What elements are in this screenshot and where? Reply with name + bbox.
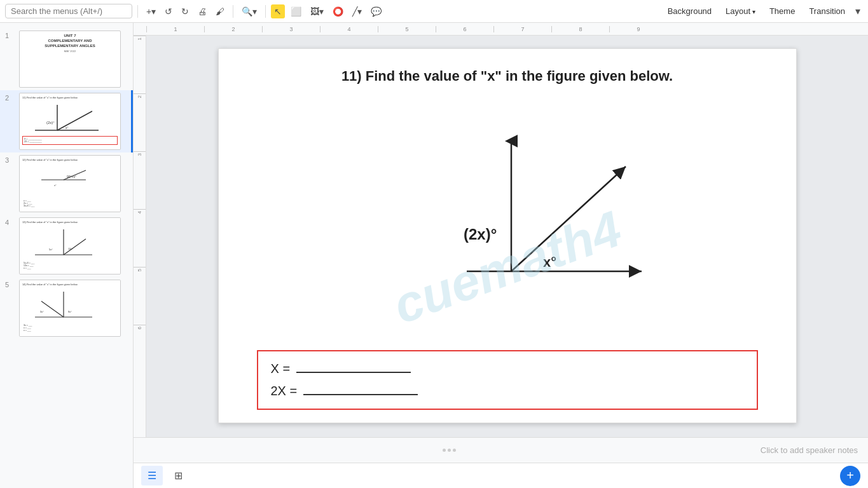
answer-line-2: 2X =	[271, 384, 744, 398]
thumb5-label: 14) Find the value of "x" in the figure …	[22, 283, 118, 286]
svg-text:(2x)°: (2x)°	[46, 121, 55, 125]
frame-tool-button[interactable]: ⬜	[287, 4, 305, 18]
figure-container: (2x)° x°	[257, 93, 797, 335]
ruler-v-mark-3: 3	[134, 151, 146, 209]
slide-thumb-1: UNIT 7COMPLEMENTARY ANDSUPPLEMENTARY ANG…	[19, 30, 121, 88]
zoom-icon: 🔍	[242, 6, 252, 17]
separator-2	[233, 5, 233, 18]
ruler-mark-4: 4	[320, 26, 378, 32]
slide-number-4: 4	[5, 219, 15, 226]
separator-1	[137, 5, 138, 18]
slide-item-2[interactable]: 2 11) Find the value of "x" in the figur…	[0, 90, 133, 152]
answer-box: X = 2X =	[257, 350, 758, 410]
zoom-button[interactable]: 🔍▾	[238, 4, 260, 18]
notes-dot-3	[453, 449, 456, 452]
thumb5-figure: 3x° 9x°	[22, 288, 105, 320]
thumb3-label: 12) Find the value of "x" in the figure …	[22, 158, 118, 161]
cursor-tool-button[interactable]: ↖	[271, 4, 285, 18]
undo-button[interactable]: ↺	[162, 4, 176, 18]
svg-line-16	[41, 301, 64, 317]
slide-viewport: cuemath4 11) Find the value of "x" in th…	[146, 36, 868, 437]
question-number: 11)	[341, 68, 362, 84]
ruler-v-mark-1: 1	[134, 36, 146, 93]
ruler-horizontal: 1 2 3 4 5 6 7 8 9	[134, 23, 868, 36]
notes-area[interactable]: Click to add speaker notes	[134, 437, 868, 463]
slide-number-3: 3	[5, 156, 15, 164]
layout-button[interactable]: Layout	[719, 4, 762, 18]
add-icon: +	[146, 6, 151, 17]
ruler-h-content: 1 2 3 4 5 6 7 8 9	[146, 26, 667, 32]
slide-thumb-2: 11) Find the value of "x" in the figure …	[19, 93, 121, 150]
add-slide-button[interactable]: +	[840, 466, 860, 486]
svg-text:5x°: 5x°	[49, 248, 53, 251]
line-tool-button[interactable]: ╱▾	[349, 4, 365, 18]
print-icon: 🖨	[198, 6, 207, 17]
slide-number-5: 5	[5, 281, 15, 288]
comment-icon: 💬	[371, 6, 382, 17]
ruler-vertical: 1 2 3 4 5 6	[134, 36, 146, 437]
add-button[interactable]: +▾	[143, 4, 159, 18]
slide1-subtitle: MAY 2022	[64, 50, 76, 53]
thumb2-figure: (2x)° x°	[22, 102, 105, 133]
answer-label-2x: 2X =	[271, 384, 301, 398]
print-button[interactable]: 🖨	[195, 4, 210, 18]
add-slide-icon: +	[846, 468, 854, 483]
tab-list-view[interactable]: ☰	[141, 466, 163, 485]
transition-button[interactable]: Transition	[803, 4, 851, 18]
answer-line-1: X =	[271, 362, 744, 376]
slide1-title: UNIT 7COMPLEMENTARY ANDSUPPLEMENTARY ANG…	[45, 34, 95, 48]
thumb2-label: 11) Find the value of "x" in the figure …	[22, 96, 118, 99]
toolbar: +▾ ↺ ↻ 🖨 🖌 🔍▾ ↖ ⬜ 🖼▾ ⭕ ╱▾ 💬 Background L…	[0, 0, 868, 23]
answer-underline-2x	[303, 394, 418, 395]
slide-number-2: 2	[5, 94, 15, 102]
theme-button[interactable]: Theme	[763, 4, 801, 18]
search-input[interactable]	[5, 4, 132, 18]
slide-thumb-5: 14) Find the value of "x" in the figure …	[19, 280, 121, 337]
paint-button[interactable]: 🖌	[212, 4, 228, 18]
question-text: Find the value of "x" in the figure give…	[366, 68, 673, 84]
editor-area: 1 2 3 4 5 6 7 8 9 1 2 3 4 5 6	[134, 23, 868, 488]
thumb5-answer: 3x = ___x = ___x = ___	[22, 323, 118, 333]
shape-icon: ⭕	[333, 6, 343, 17]
comment-tool-button[interactable]: 💬	[368, 4, 385, 18]
svg-text:x°: x°	[65, 126, 69, 130]
svg-line-11	[64, 239, 86, 255]
svg-text:90°+x°: 90°+x°	[67, 175, 76, 179]
background-button[interactable]: Background	[661, 4, 718, 18]
angle-figure: (2x)° x°	[390, 116, 677, 313]
ruler-mark-3: 3	[262, 26, 320, 32]
slide-item-5[interactable]: 5 14) Find the value of "x" in the figur…	[0, 277, 133, 339]
slide-item-4[interactable]: 4 13) Find the value of "x" in the figur…	[0, 215, 133, 277]
svg-text:3x°: 3x°	[40, 310, 44, 313]
ruler-mark-9: 9	[609, 26, 667, 32]
slide-item-1[interactable]: 1 UNIT 7COMPLEMENTARY ANDSUPPLEMENTARY A…	[0, 28, 133, 90]
slide-canvas[interactable]: cuemath4 11) Find the value of "x" in th…	[218, 48, 797, 423]
notes-placeholder[interactable]: Click to add speaker notes	[761, 445, 858, 455]
tab-grid-view[interactable]: ⊞	[168, 466, 189, 485]
line-icon: ╱	[352, 6, 357, 17]
image-tool-button[interactable]: 🖼▾	[307, 4, 327, 18]
svg-text:x°: x°	[54, 184, 57, 187]
list-view-icon: ☰	[148, 470, 156, 481]
slide-item-3[interactable]: 3 12) Find the value of "x" in the figur…	[0, 152, 133, 215]
bottom-tabs: ☰ ⊞ +	[134, 463, 868, 488]
thumb3-figure: 90°+x° x°	[22, 164, 105, 196]
thumb4-answer: 5x+6 = ___13x = ___x = ___	[22, 261, 118, 271]
thumb2-answer: X = ___________2X = __________	[22, 136, 118, 145]
expand-button[interactable]: ▾	[853, 3, 863, 20]
slide-thumb-4: 13) Find the value of "x" in the figure …	[19, 217, 121, 274]
frame-icon: ⬜	[291, 6, 301, 17]
redo-button[interactable]: ↻	[178, 4, 192, 18]
paint-icon: 🖌	[216, 6, 224, 17]
shape-tool-button[interactable]: ⭕	[329, 4, 347, 18]
ruler-v-mark-4: 4	[134, 209, 146, 267]
notes-dot-2	[448, 449, 451, 452]
svg-text:x°: x°	[543, 254, 556, 270]
ruler-v-mark-5: 5	[134, 267, 146, 325]
ruler-mark-7: 7	[493, 26, 551, 32]
svg-line-2	[57, 111, 92, 130]
slide-panel: 1 UNIT 7COMPLEMENTARY ANDSUPPLEMENTARY A…	[0, 23, 134, 488]
ruler-v-mark-6: 6	[134, 325, 146, 383]
ruler-mark-6: 6	[436, 26, 493, 32]
toolbar-right: Background Layout Theme Transition ▾	[661, 3, 863, 20]
